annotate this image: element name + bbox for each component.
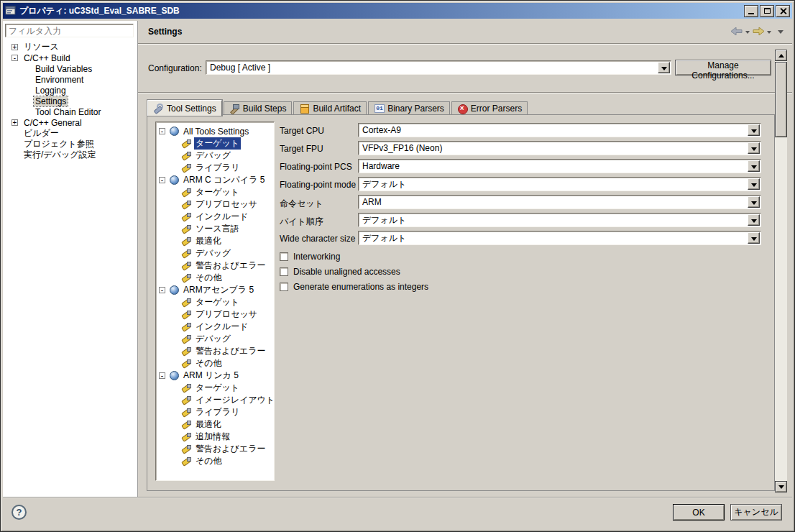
- scrollbar[interactable]: [775, 50, 787, 492]
- tool-tree-label: デバッグ: [194, 333, 232, 345]
- tool-tree-item[interactable]: デバッグ: [156, 247, 274, 260]
- sidebar-tree-item[interactable]: Logging: [3, 85, 137, 96]
- field-select[interactable]: ARM: [358, 195, 761, 209]
- tool-tree-item[interactable]: その他: [156, 272, 274, 284]
- help-button[interactable]: ?: [12, 505, 27, 520]
- tool-tree-item[interactable]: -ARM C コンパイラ 5: [156, 174, 274, 186]
- tool-tree-item[interactable]: 警告およびエラー: [156, 260, 274, 272]
- field-select[interactable]: デフォルト: [358, 213, 761, 227]
- sidebar-tree-item[interactable]: プロジェクト参照: [3, 139, 137, 150]
- checkbox[interactable]: [280, 283, 288, 291]
- tool-tree-label: ターゲット: [194, 186, 241, 198]
- sidebar-tree-item[interactable]: Environment: [3, 74, 137, 85]
- forward-button[interactable]: [752, 27, 765, 36]
- tool-tree-item[interactable]: -ARM リンカ 5: [156, 370, 274, 382]
- sidebar-tree-item[interactable]: +リソース: [3, 42, 137, 52]
- form-row: Target CPUCortex-A9: [280, 123, 761, 141]
- tool-tree-item[interactable]: ターゲット: [156, 382, 274, 394]
- collapse-icon[interactable]: -: [159, 287, 165, 293]
- minimize-button[interactable]: [744, 5, 758, 17]
- tool-tree-item[interactable]: -All Tools Settings: [156, 125, 274, 137]
- sidebar-tree-item[interactable]: Build Variables: [3, 63, 137, 74]
- collapse-icon[interactable]: -: [12, 55, 18, 61]
- tool-tree-item[interactable]: インクルード: [156, 211, 274, 223]
- tool-icon: [181, 200, 191, 209]
- collapse-icon[interactable]: -: [159, 177, 165, 183]
- back-menu-caret-icon[interactable]: [745, 31, 750, 34]
- sidebar-tree-label: Environment: [34, 75, 85, 85]
- close-button[interactable]: [776, 5, 790, 17]
- tool-tree-item[interactable]: その他: [156, 357, 274, 370]
- tool-tree-item[interactable]: イメージレイアウト: [156, 394, 274, 406]
- tool-tree-item[interactable]: プリプロセッサ: [156, 198, 274, 211]
- tool-tree-item[interactable]: 警告およびエラー: [156, 443, 274, 455]
- checkbox-label: Disable unaligned accesses: [293, 267, 400, 277]
- sidebar-tree-item[interactable]: Tool Chain Editor: [3, 106, 137, 117]
- dropdown-button[interactable]: [658, 62, 670, 73]
- tool-tree-item[interactable]: 追加情報: [156, 431, 274, 443]
- forward-menu-caret-icon[interactable]: [767, 31, 771, 34]
- tool-tree-item[interactable]: ソース言語: [156, 223, 274, 235]
- filter-input[interactable]: [5, 24, 134, 37]
- tool-tree-item[interactable]: 警告およびエラー: [156, 345, 274, 357]
- tool-settings-panel: -All Tools Settingsターゲットデバッグライブラリ-ARM C …: [147, 114, 775, 491]
- collapse-icon[interactable]: -: [159, 128, 165, 134]
- ok-button[interactable]: OK: [673, 504, 725, 520]
- field-select[interactable]: VFPv3_FP16 (Neon): [358, 141, 761, 155]
- dropdown-button[interactable]: [748, 196, 760, 208]
- tool-icon: [181, 188, 191, 197]
- tab-build-artifact[interactable]: Build Artifact: [293, 101, 367, 115]
- view-menu-button[interactable]: [778, 30, 783, 34]
- tool-tree-item[interactable]: インクルード: [156, 321, 274, 333]
- scroll-thumb[interactable]: [775, 62, 787, 137]
- tool-tree-item[interactable]: ターゲット: [156, 296, 274, 308]
- tool-tree-label: All Tools Settings: [182, 127, 250, 137]
- tool-icon: [181, 298, 191, 307]
- field-select[interactable]: デフォルト: [358, 231, 761, 245]
- sidebar-tree-item[interactable]: ビルダー: [3, 128, 137, 139]
- configuration-select[interactable]: Debug [ Active ]: [206, 60, 671, 75]
- dropdown-button[interactable]: [748, 124, 760, 136]
- sidebar-tree-item[interactable]: +C/C++ General: [3, 117, 137, 128]
- tool-tree-item[interactable]: デバッグ: [156, 150, 274, 162]
- dropdown-button[interactable]: [748, 160, 760, 172]
- checkbox[interactable]: [280, 267, 288, 276]
- binary-icon: [374, 104, 385, 114]
- expand-icon[interactable]: +: [12, 44, 18, 50]
- tool-tree-item[interactable]: デバッグ: [156, 333, 274, 345]
- sidebar-tree-item[interactable]: 実行/デバッグ設定: [3, 150, 137, 160]
- scroll-down-button[interactable]: [775, 481, 787, 492]
- field-label: 命令セット: [280, 198, 323, 210]
- dropdown-button[interactable]: [748, 214, 760, 226]
- sidebar-tree-item[interactable]: Settings: [3, 96, 137, 106]
- collapse-icon[interactable]: -: [159, 372, 165, 379]
- tool-tree-item[interactable]: 最適化: [156, 235, 274, 247]
- scroll-up-button[interactable]: [775, 50, 787, 61]
- tool-tree-item[interactable]: プリプロセッサ: [156, 308, 274, 321]
- field-select[interactable]: Cortex-A9: [358, 123, 761, 137]
- cancel-button[interactable]: キャンセル: [730, 504, 782, 520]
- tool-tree-item[interactable]: -ARMアセンブラ 5: [156, 284, 274, 296]
- manage-configurations-button[interactable]: Manage Configurations...: [675, 60, 771, 75]
- dropdown-button[interactable]: [748, 232, 760, 244]
- tool-tree-item[interactable]: ライブラリ: [156, 406, 274, 418]
- dropdown-button[interactable]: [748, 142, 760, 154]
- tab-build-steps[interactable]: Build Steps: [224, 101, 293, 115]
- tab-binary-parsers[interactable]: Binary Parsers: [368, 101, 450, 115]
- tool-tree-item[interactable]: ターゲット: [156, 186, 274, 198]
- dropdown-button[interactable]: [748, 178, 760, 190]
- maximize-button[interactable]: [760, 5, 774, 17]
- properties-window: プロパティ: uC3Std_Eval_SABRE_SDB +リソース-C/C++…: [0, 0, 795, 532]
- sidebar-tree-item[interactable]: -C/C++ Build: [3, 52, 137, 63]
- tool-tree-item[interactable]: 最適化: [156, 418, 274, 431]
- back-button[interactable]: [730, 27, 743, 36]
- field-select[interactable]: Hardware: [358, 159, 761, 173]
- tab-error-parsers[interactable]: Error Parsers: [451, 101, 528, 115]
- tool-tree-item[interactable]: ターゲット: [156, 137, 274, 150]
- tool-tree-item[interactable]: その他: [156, 455, 274, 467]
- checkbox[interactable]: [280, 252, 288, 261]
- tab-tool-settings[interactable]: Tool Settings: [147, 100, 222, 116]
- tool-tree-item[interactable]: ライブラリ: [156, 162, 274, 174]
- field-select[interactable]: デフォルト: [358, 177, 761, 191]
- expand-icon[interactable]: +: [12, 119, 18, 126]
